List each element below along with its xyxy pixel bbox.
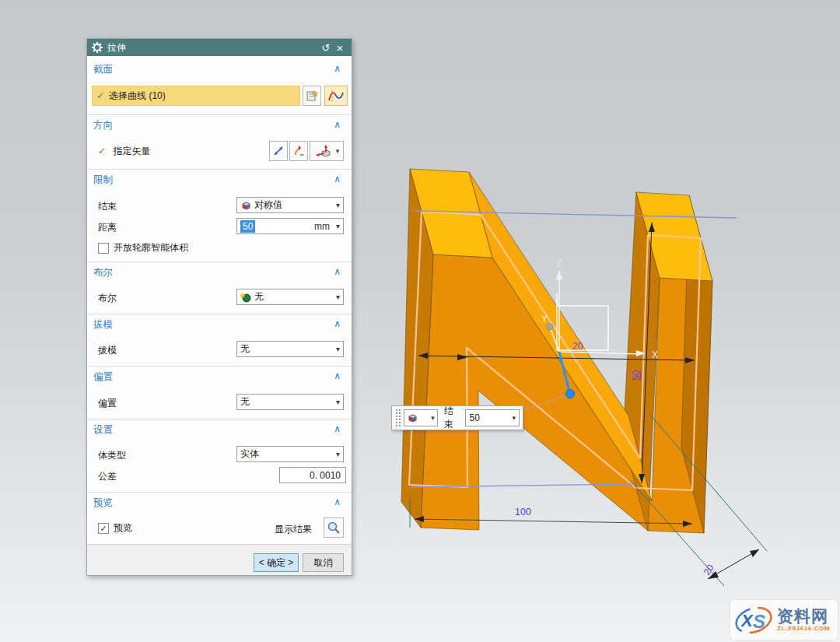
dialog-titlebar[interactable]: 拉伸 ↺ × (87, 39, 352, 56)
offset-value: 无 (240, 395, 336, 409)
group-offset[interactable]: 偏置 ∧ (93, 370, 345, 386)
select-curve-label: 选择曲线 (10) (109, 89, 166, 103)
specify-vector-row: ✓ 指定矢量 (98, 145, 150, 158)
check-icon: ✓ (96, 90, 104, 101)
group-settings[interactable]: 设置 ∧ (93, 423, 345, 439)
dim-width-text: 100 (515, 507, 531, 517)
caret-down-icon[interactable]: ▾ (336, 222, 340, 230)
collapse-chevron-icon[interactable]: ∧ (334, 266, 341, 277)
watermark-url: ZL.XS1616.COM (777, 625, 830, 632)
extrude-dialog: 拉伸 ↺ × 截面 ∧ ✓ 选择曲线 (10) 方向 ∧ ✓ 指定矢量 (86, 38, 352, 576)
magnifier-icon (327, 521, 341, 535)
onscreen-mini-toolbar[interactable]: ▾ 结束 50 ▾ (391, 405, 523, 430)
body-type-combo[interactable]: 实体 ▾ (236, 446, 344, 462)
show-result-button[interactable] (324, 517, 344, 538)
show-result-label: 显示结果 (275, 523, 312, 536)
distance-unit: mm (314, 221, 330, 232)
cube-icon (407, 412, 418, 423)
gear-icon (92, 42, 103, 53)
vector-dialog-button[interactable] (269, 141, 288, 161)
boolean-label: 布尔 (98, 292, 117, 305)
vector-type-dropdown[interactable]: ▾ (310, 141, 344, 161)
ok-button[interactable]: < 确定 > (254, 553, 299, 572)
mini-end-value-field[interactable]: 50 ▾ (465, 409, 520, 426)
draft-combo[interactable]: 无 ▾ (236, 341, 344, 357)
collapse-chevron-icon[interactable]: ∧ (334, 496, 341, 507)
open-profile-row[interactable]: 开放轮廓智能体积 (98, 241, 188, 254)
inferred-vector-button[interactable] (289, 141, 308, 161)
preview-checkbox[interactable]: ✓ (98, 523, 109, 534)
caret-down-icon[interactable]: ▾ (512, 414, 516, 422)
open-profile-checkbox[interactable] (98, 243, 109, 254)
handle-ball (566, 390, 575, 398)
end-label: 结束 (98, 200, 117, 213)
offset-label: 偏置 (98, 397, 117, 410)
watermark-badge: X S 资料网 ZL.XS1616.COM (730, 599, 838, 640)
curve-collector-button[interactable] (303, 86, 321, 106)
draft-value: 无 (240, 342, 336, 356)
boolean-value: 无 (254, 290, 336, 303)
collapse-chevron-icon[interactable]: ∧ (334, 119, 341, 130)
x-axis-label: X (652, 349, 658, 360)
specify-vector-label: 指定矢量 (113, 146, 150, 156)
caret-down-icon: ▾ (336, 201, 340, 209)
reverse-direction-icon (292, 145, 305, 157)
mini-end-label: 结束 (444, 405, 463, 431)
distance-label: 距离 (98, 221, 117, 234)
extrude-preview-solid[interactable] (401, 169, 712, 533)
collapse-chevron-icon[interactable]: ∧ (334, 174, 341, 184)
caret-down-icon: ▾ (336, 147, 340, 155)
select-curve-row[interactable]: ✓ 选择曲线 (10) (92, 86, 300, 106)
collapse-chevron-icon[interactable]: ∧ (334, 423, 341, 434)
curve-rule-icon (327, 89, 345, 103)
close-button[interactable]: × (333, 41, 347, 54)
group-preview[interactable]: 预览 ∧ (93, 496, 345, 512)
two-point-vector-icon (272, 145, 285, 157)
boolean-combo[interactable]: 无 ▾ (236, 289, 344, 305)
svg-text:X: X (740, 611, 754, 630)
caret-down-icon: ▾ (431, 414, 435, 422)
collector-icon (306, 89, 318, 102)
vector-icon (314, 144, 333, 158)
dialog-footer: < 确定 > 取消 (87, 544, 352, 575)
tolerance-field[interactable]: 0. 0010 (279, 467, 346, 483)
z-axis-label: Z (557, 258, 562, 268)
svg-text:S: S (753, 611, 765, 632)
caret-down-icon: ▾ (336, 293, 340, 301)
collapse-chevron-icon[interactable]: ∧ (334, 63, 341, 74)
end-type-value: 对称值 (254, 198, 336, 212)
curve-rule-button[interactable] (324, 86, 348, 106)
caret-down-icon: ▾ (336, 450, 340, 458)
dim-height-text: 50 (631, 370, 642, 381)
limit-type-dropdown[interactable]: ▾ (404, 409, 438, 426)
group-boolean[interactable]: 布尔 ∧ (93, 266, 345, 282)
symmetric-value-icon (240, 200, 252, 211)
mini-end-value: 50 (469, 412, 479, 423)
xs-logo-icon: X S (733, 604, 774, 637)
caret-down-icon: ▾ (336, 345, 340, 353)
end-type-combo[interactable]: 对称值 ▾ (236, 197, 344, 213)
distance-value: 50 (240, 220, 255, 233)
group-section[interactable]: 截面 ∧ (93, 63, 345, 79)
caret-down-icon: ▾ (336, 398, 340, 406)
tolerance-value: 0. 0010 (310, 470, 341, 481)
dialog-title: 拉伸 (107, 41, 319, 54)
toolbar-grip-handle[interactable] (395, 409, 401, 427)
distance-field[interactable]: 50 mm ▾ (236, 218, 344, 234)
y-axis-ball (547, 324, 553, 330)
cancel-button[interactable]: 取消 (303, 553, 344, 572)
draft-label: 拔模 (98, 344, 117, 357)
offset-combo[interactable]: 无 ▾ (236, 394, 344, 410)
group-draft[interactable]: 拔模 ∧ (93, 318, 345, 334)
boolean-none-icon (240, 292, 252, 303)
body-type-value: 实体 (240, 447, 336, 461)
collapse-chevron-icon[interactable]: ∧ (334, 370, 341, 381)
reset-button[interactable]: ↺ (319, 42, 333, 54)
group-limits[interactable]: 限制 ∧ (93, 174, 345, 189)
collapse-chevron-icon[interactable]: ∧ (334, 318, 341, 329)
tolerance-label: 公差 (98, 470, 117, 483)
check-icon: ✓ (98, 146, 106, 156)
group-direction[interactable]: 方向 ∧ (93, 119, 345, 135)
preview-row[interactable]: ✓ 预览 (98, 521, 132, 535)
preview-checkbox-label: 预览 (114, 521, 132, 535)
